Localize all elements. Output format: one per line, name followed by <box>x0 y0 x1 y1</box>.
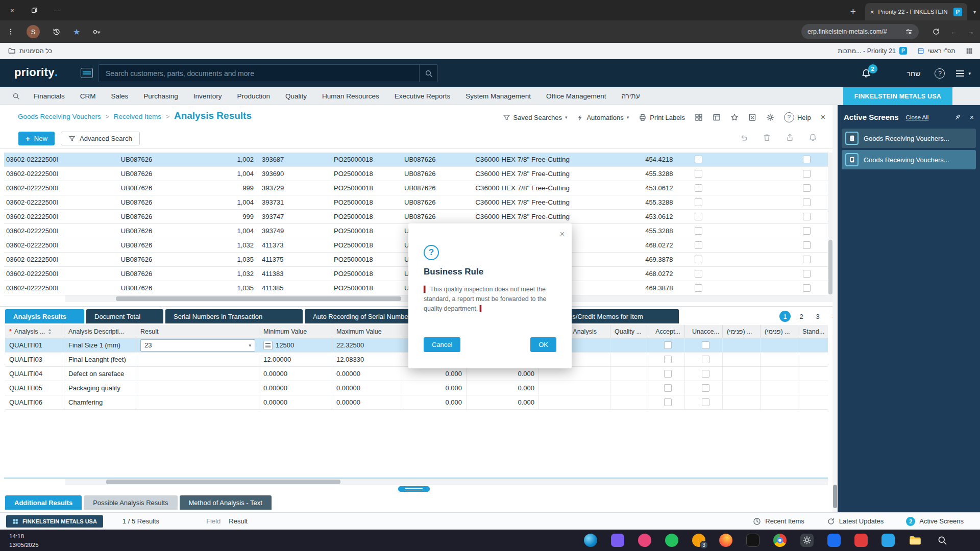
header-result[interactable]: Result <box>136 325 259 338</box>
menubar-item[interactable]: System Management <box>458 87 538 105</box>
row-checkbox[interactable] <box>695 270 702 278</box>
menubar-item[interactable]: Inventory <box>186 87 230 105</box>
page-number[interactable]: 2 <box>796 311 807 322</box>
header-internal1[interactable]: (פנימי) ... <box>723 325 761 338</box>
bottom-subtab[interactable]: Possible Analysis Results <box>84 495 177 510</box>
back-icon[interactable]: → <box>967 28 974 36</box>
menu-chevron-icon[interactable]: ▾ <box>968 71 971 76</box>
subscribe-bell-icon[interactable] <box>808 133 817 142</box>
menubar-item[interactable]: Purchasing <box>136 87 186 105</box>
menubar-item[interactable]: CRM <box>72 87 104 105</box>
header-maximum[interactable]: Maximum Value <box>332 325 404 338</box>
accepted-checkbox[interactable] <box>664 384 672 392</box>
table-row[interactable]: 03602-02222500I UB087626 999 393747 PO25… <box>4 210 828 224</box>
menubar-item[interactable]: Quality <box>278 87 314 105</box>
unaccepted-checkbox[interactable] <box>702 384 709 392</box>
row-checkbox[interactable] <box>803 241 811 249</box>
menubar-item[interactable]: עתירה <box>614 87 647 105</box>
row-checkbox[interactable] <box>695 284 702 292</box>
global-search-input[interactable] <box>99 69 419 78</box>
window-close-button[interactable]: × <box>10 7 14 14</box>
menubar-item[interactable]: Human Resources <box>314 87 387 105</box>
page-number[interactable]: 1 <box>779 311 791 322</box>
taskbar-app-pink-icon[interactable] <box>636 532 653 548</box>
row-checkbox[interactable] <box>803 213 811 220</box>
taskbar-app-red-icon[interactable] <box>852 532 869 548</box>
ok-button[interactable]: OK <box>530 337 556 352</box>
settings-gear-icon[interactable] <box>766 113 774 121</box>
help-icon[interactable]: ? <box>935 68 945 79</box>
accepted-checkbox[interactable] <box>664 398 672 406</box>
grid-row[interactable]: QUALITI06 Chamfering 0.00000 0.00000 0.0… <box>5 395 828 410</box>
close-screen-icon[interactable]: × <box>821 113 825 122</box>
help-button[interactable]: ? Help <box>784 112 811 122</box>
result-input[interactable] <box>142 341 239 349</box>
automations-button[interactable]: Automations▾ <box>577 114 629 121</box>
print-labels-button[interactable]: Print Labels <box>639 113 685 121</box>
row-checkbox[interactable] <box>803 156 811 163</box>
taskbar-firefox-icon[interactable] <box>717 532 734 548</box>
quick-access-icon[interactable] <box>81 68 93 78</box>
sort-icon[interactable] <box>47 329 52 335</box>
taskbar-app-blue-icon[interactable] <box>879 532 896 548</box>
browser-tab[interactable]: × Priority 22 - FINKELSTEIN METAL P <box>865 3 967 20</box>
taskbar-whatsapp-icon[interactable] <box>663 532 680 548</box>
row-checkbox[interactable] <box>803 256 811 263</box>
history-icon[interactable] <box>52 28 61 36</box>
unaccepted-checkbox[interactable] <box>702 356 709 363</box>
bottom-subtab[interactable]: Method of Analysis - Text <box>180 495 272 510</box>
main-menu-icon[interactable] <box>956 70 964 77</box>
tab-list-chevron-icon[interactable]: ▾ <box>973 9 976 15</box>
latest-updates-button[interactable]: Latest Updates <box>827 517 884 525</box>
taskbar-search-icon[interactable] <box>934 532 950 548</box>
profile-avatar[interactable]: S <box>27 25 40 38</box>
accepted-checkbox[interactable] <box>664 370 672 378</box>
bottom-subtab[interactable]: Additional Results <box>5 495 82 510</box>
unaccepted-checkbox[interactable] <box>702 341 709 349</box>
bookmark-main[interactable]: תפ"י ראשי <box>917 47 955 55</box>
passwords-key-icon[interactable] <box>92 28 101 36</box>
taskbar-settings-icon[interactable] <box>798 532 815 548</box>
page-number[interactable]: 3 <box>812 311 823 322</box>
close-all-link[interactable]: Close All <box>906 114 929 120</box>
taskbar-terminal-icon[interactable] <box>744 532 761 548</box>
undo-icon[interactable] <box>740 133 748 142</box>
table-row[interactable]: 03602-02222500I UB087626 1,004 393731 PO… <box>4 195 828 210</box>
pin-icon[interactable] <box>954 114 961 121</box>
accepted-checkbox[interactable] <box>664 356 672 363</box>
new-tab-button[interactable]: + <box>847 6 859 17</box>
menubar-item[interactable]: Production <box>229 87 278 105</box>
window-restore-button[interactable] <box>31 7 38 14</box>
header-unaccepted[interactable]: Unacce... <box>685 325 723 338</box>
taskbar-app-purple-icon[interactable] <box>609 532 626 548</box>
header-analysis[interactable]: * Analysis ... <box>5 325 64 338</box>
tab-close-icon[interactable]: × <box>870 8 874 16</box>
report-view-icon[interactable] <box>713 113 721 121</box>
row-checkbox[interactable] <box>803 170 811 178</box>
saved-searches-button[interactable]: Saved Searches▾ <box>503 114 568 121</box>
apps-grid-icon[interactable] <box>966 47 973 55</box>
active-screens-button[interactable]: 2 Active Screens <box>906 517 964 526</box>
taskbar-edge-icon[interactable] <box>582 532 599 548</box>
header-description[interactable]: Analysis Descripti... <box>64 325 136 338</box>
subform-tab[interactable]: Document Total <box>86 309 163 323</box>
row-checkbox[interactable] <box>803 227 811 235</box>
text-editor-icon[interactable] <box>263 341 273 350</box>
forward-icon[interactable]: ← <box>950 28 957 36</box>
header-accepted[interactable]: Accept... <box>647 325 685 338</box>
header-minimum[interactable]: Minimum Value <box>259 325 332 338</box>
row-checkbox[interactable] <box>695 170 702 178</box>
breadcrumb-level1[interactable]: Goods Receiving Vouchers <box>18 113 101 120</box>
row-checkbox[interactable] <box>695 156 702 163</box>
menu-search-icon[interactable] <box>0 92 26 100</box>
combo-chevron-icon[interactable]: ▾ <box>249 343 255 348</box>
grid-row[interactable]: QUALITI04 Defect on sareface 0.00000 0.0… <box>5 367 828 381</box>
favorites-star-icon[interactable]: ★ <box>73 27 80 37</box>
accepted-checkbox[interactable] <box>664 341 672 349</box>
taskbar-chrome-icon[interactable] <box>771 532 788 548</box>
menubar-item[interactable]: Financials <box>26 87 72 105</box>
taskbar-app-orange-icon[interactable]: 3 <box>690 532 707 548</box>
grid-row[interactable]: QUALITI05 Packaging quality 0.00000 0.00… <box>5 381 828 395</box>
header-internal2[interactable]: (פנימי) ... <box>761 325 798 338</box>
row-checkbox[interactable] <box>803 184 811 192</box>
